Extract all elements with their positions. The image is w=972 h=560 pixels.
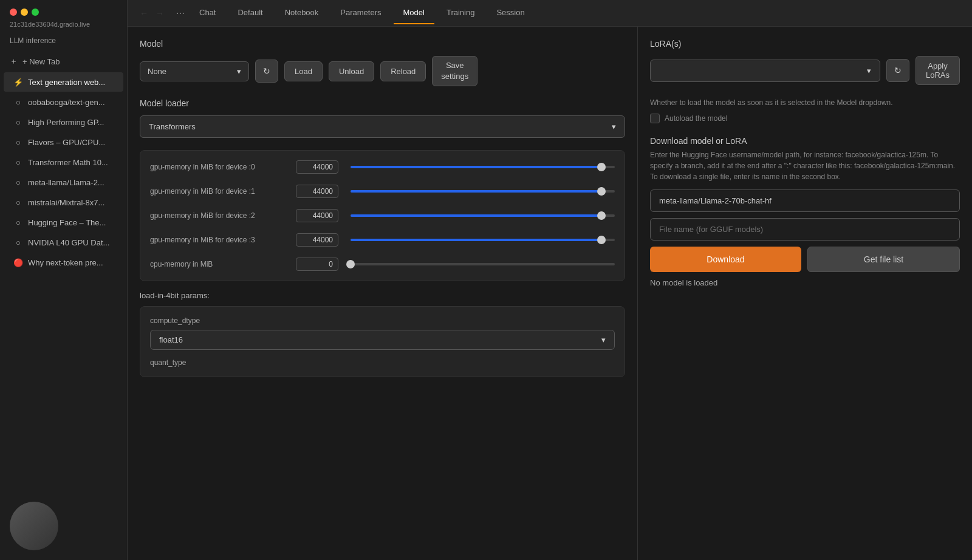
slider-track-4[interactable] — [351, 263, 615, 265]
new-tab-button[interactable]: ＋ + New Tab — [0, 51, 127, 72]
slider-label-4: cpu-memory in MiB — [150, 260, 296, 268]
sidebar-item-icon-mistral: ○ — [13, 197, 23, 207]
save-settings-label: Savesettings — [441, 61, 468, 81]
sidebar-item-label-oobabooga: oobabooga/text-gen... — [28, 98, 105, 107]
slider-fill-1 — [351, 190, 601, 193]
sidebar-item-icon-meta-llama: ○ — [13, 177, 23, 187]
slider-track-3[interactable] — [351, 239, 615, 241]
slider-thumb-2[interactable] — [597, 211, 606, 220]
quant-type-label: quant_type — [150, 358, 615, 367]
slider-value-input-3[interactable] — [296, 233, 338, 247]
sidebar-item-huggingface[interactable]: ○ Hugging Face – The... — [4, 213, 123, 232]
save-settings-button[interactable]: Savesettings — [432, 56, 477, 86]
lora-chevron-icon: ▾ — [867, 66, 871, 75]
compute-dtype-value: float16 — [159, 335, 183, 344]
window-controls — [0, 0, 127, 21]
left-panel: Model None ▾ ↻ Load Unload Reload Savese… — [128, 27, 638, 560]
main-area: ← → ⋯ ChatDefaultNotebookParametersModel… — [128, 0, 972, 560]
model-dropdown-value: None — [148, 67, 166, 76]
get-file-list-button[interactable]: Get file list — [807, 247, 960, 272]
slider-thumb-0[interactable] — [597, 163, 606, 171]
app-label: LLM inference — [0, 33, 127, 51]
slider-value-input-0[interactable] — [296, 160, 338, 174]
compute-dtype-dropdown[interactable]: float16 ▾ — [150, 330, 615, 350]
apply-loras-label: ApplyLoRAs — [926, 61, 950, 80]
minimize-button[interactable] — [21, 9, 28, 16]
lora-section-label: LoRA(s) — [650, 39, 960, 49]
refresh-lora-button[interactable]: ↻ — [886, 59, 909, 82]
slider-fill-0 — [351, 166, 601, 168]
download-buttons: Download Get file list — [650, 247, 960, 272]
slider-track-2[interactable] — [351, 214, 615, 217]
apply-loras-button[interactable]: ApplyLoRAs — [916, 56, 960, 85]
tab-chat[interactable]: Chat — [190, 2, 225, 24]
slider-label-1: gpu-memory in MiB for device :1 — [150, 187, 296, 196]
forward-arrow[interactable]: → — [153, 6, 166, 21]
sidebar-item-transformer[interactable]: ○ Transformer Math 10... — [4, 152, 123, 172]
slider-thumb-3[interactable] — [597, 236, 606, 244]
new-tab-label: + New Tab — [22, 57, 60, 66]
content-area: Model None ▾ ↻ Load Unload Reload Savese… — [128, 27, 972, 560]
slider-label-3: gpu-memory in MiB for device :3 — [150, 236, 296, 244]
model-path-input[interactable] — [650, 190, 960, 212]
lora-section: LoRA(s) ▾ ↻ ApplyLoRAs — [650, 39, 960, 85]
download-button[interactable]: Download — [650, 247, 801, 272]
tab-notebook[interactable]: Notebook — [275, 2, 329, 24]
compute-dtype-label: compute_dtype — [150, 316, 615, 325]
slider-value-input-4[interactable] — [296, 258, 338, 271]
slider-fill-3 — [351, 239, 601, 241]
autoload-label: Autoload the model — [665, 113, 727, 124]
close-button[interactable] — [10, 9, 17, 16]
more-menu-button[interactable]: ⋯ — [174, 6, 187, 21]
download-desc: Enter the Hugging Face username/model pa… — [650, 149, 960, 182]
autoload-info-text: Whether to load the model as soon as it … — [650, 97, 960, 108]
sidebar-url: 21c31de33604d.gradio.live — [0, 21, 127, 33]
load-button[interactable]: Load — [284, 61, 323, 81]
nav-bar: ← → ⋯ ChatDefaultNotebookParametersModel… — [128, 0, 972, 27]
sidebar-item-flavors[interactable]: ○ Flavors – GPU/CPU... — [4, 132, 123, 152]
sidebar-item-nvidia[interactable]: ○ NVIDIA L40 GPU Dat... — [4, 233, 123, 252]
sidebar-item-icon-oobabooga: ○ — [13, 97, 23, 107]
model-dropdown[interactable]: None ▾ — [140, 61, 249, 81]
fullscreen-button[interactable] — [32, 9, 39, 16]
sliders-container: gpu-memory in MiB for device :0 gpu-memo… — [140, 150, 625, 281]
sidebar-item-why-next[interactable]: 🔴 Why next-token pre... — [4, 253, 123, 272]
lora-dropdown[interactable]: ▾ — [650, 60, 880, 82]
reload-button[interactable]: Reload — [380, 61, 426, 81]
tab-model[interactable]: Model — [394, 2, 434, 24]
slider-fill-2 — [351, 214, 601, 217]
slider-thumb-4[interactable] — [346, 260, 355, 268]
back-arrow[interactable]: ← — [137, 6, 151, 21]
slider-label-0: gpu-memory in MiB for device :0 — [150, 163, 296, 171]
sidebar-item-label-transformer: Transformer Math 10... — [28, 158, 108, 167]
loader-dropdown[interactable]: Transformers ▾ — [140, 115, 625, 138]
autoload-checkbox[interactable] — [650, 114, 660, 123]
tab-parameters[interactable]: Parameters — [330, 2, 391, 24]
sidebar-item-meta-llama[interactable]: ○ meta-llama/Llama-2... — [4, 172, 123, 192]
plus-icon: ＋ — [10, 56, 18, 67]
slider-track-0[interactable] — [351, 166, 615, 168]
slider-thumb-1[interactable] — [597, 187, 606, 196]
slider-row-4: cpu-memory in MiB — [150, 258, 615, 271]
sidebar-item-oobabooga[interactable]: ○ oobabooga/text-gen... — [4, 92, 123, 112]
slider-row-1: gpu-memory in MiB for device :1 — [150, 185, 615, 198]
tab-default[interactable]: Default — [228, 2, 272, 24]
sidebar-item-text-gen[interactable]: ⚡ Text generation web... — [4, 72, 123, 92]
sidebar-item-mistral[interactable]: ○ mistralai/Mixtral-8x7... — [4, 193, 123, 212]
loader-dropdown-value: Transformers — [149, 122, 196, 131]
slider-value-input-1[interactable] — [296, 185, 338, 198]
loader-chevron-icon: ▾ — [612, 122, 616, 131]
slider-track-1[interactable] — [351, 190, 615, 193]
model-section-label: Model — [140, 39, 625, 49]
sidebar-item-icon-text-gen: ⚡ — [13, 77, 23, 87]
file-name-input[interactable] — [650, 218, 960, 241]
sidebar-item-label-huggingface: Hugging Face – The... — [28, 218, 106, 227]
tab-training[interactable]: Training — [437, 2, 484, 24]
sidebar-item-high-perf[interactable]: ○ High Performing GP... — [4, 112, 123, 132]
tab-session[interactable]: Session — [487, 2, 534, 24]
unload-button[interactable]: Unload — [329, 61, 374, 81]
sidebar: 21c31de33604d.gradio.live LLM inference … — [0, 0, 128, 560]
sidebar-item-label-mistral: mistralai/Mixtral-8x7... — [28, 198, 104, 207]
slider-value-input-2[interactable] — [296, 209, 338, 222]
refresh-model-button[interactable]: ↻ — [255, 60, 278, 83]
